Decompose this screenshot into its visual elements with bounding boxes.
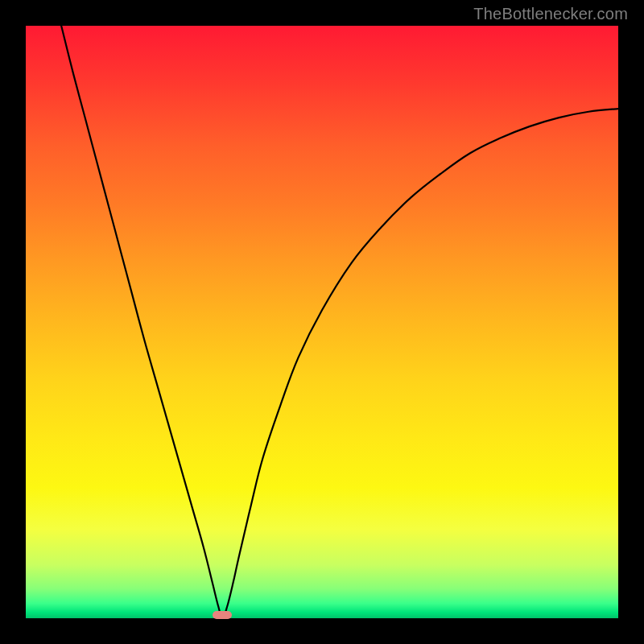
watermark-text: TheBottlenecker.com <box>473 5 628 23</box>
curve-svg <box>26 26 618 618</box>
chart-frame: TheBottlenecker.com <box>0 0 644 644</box>
plot-area <box>26 26 618 618</box>
optimum-marker <box>213 611 232 619</box>
bottleneck-curve <box>61 26 618 618</box>
